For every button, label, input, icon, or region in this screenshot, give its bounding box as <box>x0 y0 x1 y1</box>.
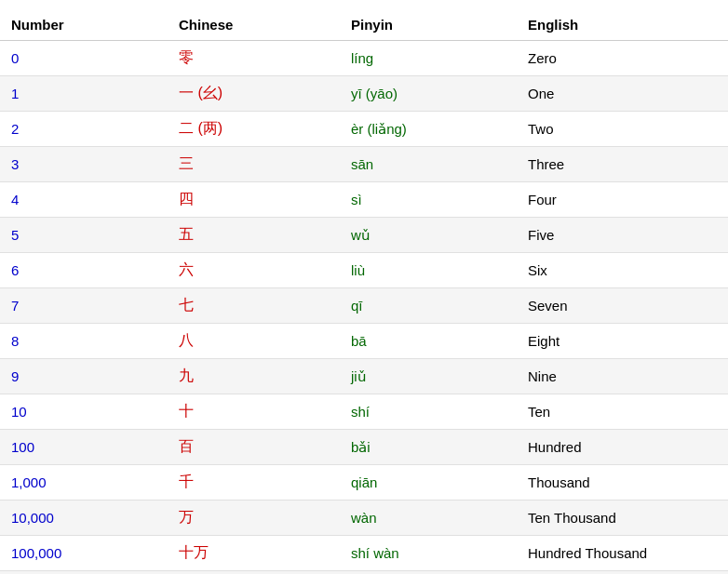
cell-pinyin: shí <box>340 394 517 430</box>
cell-english: One <box>517 76 728 112</box>
cell-pinyin: qī <box>340 288 517 324</box>
cell-english: Four <box>517 182 728 218</box>
cell-pinyin: bǎi wàn <box>340 571 517 575</box>
cell-pinyin: líng <box>340 41 517 76</box>
cell-number: 4 <box>0 182 168 218</box>
cell-chinese: 百万 <box>168 571 340 575</box>
cell-pinyin: bā <box>340 324 517 359</box>
cell-number: 100 <box>0 430 168 465</box>
cell-number: 1,000,000 <box>0 571 168 575</box>
cell-english: Hundred <box>517 430 728 465</box>
table-row: 0零língZero <box>0 41 728 76</box>
table-row: 10,000万wànTen Thousand <box>0 501 728 536</box>
cell-chinese: 二 (两) <box>168 112 340 147</box>
table-row: 9九jiǔNine <box>0 359 728 394</box>
cell-chinese: 三 <box>168 147 340 182</box>
cell-chinese: 八 <box>168 324 340 359</box>
cell-english: Thousand <box>517 465 728 501</box>
table-row: 100,000十万shí wànHundred Thousand <box>0 536 728 571</box>
cell-chinese: 十万 <box>168 536 340 571</box>
table-row: 7七qīSeven <box>0 288 728 324</box>
cell-english: Hundred Thousand <box>517 536 728 571</box>
cell-chinese: 七 <box>168 288 340 324</box>
cell-number: 100,000 <box>0 536 168 571</box>
table-row: 2二 (两)èr (liǎng)Two <box>0 112 728 147</box>
table-row: 1,000千qiānThousand <box>0 465 728 501</box>
cell-chinese: 十 <box>168 394 340 430</box>
cell-chinese: 四 <box>168 182 340 218</box>
table-row: 3三sānThree <box>0 147 728 182</box>
table-container: Number Chinese Pinyin English 0零língZero… <box>0 0 728 574</box>
table-row: 10十shíTen <box>0 394 728 430</box>
header-english: English <box>517 9 728 41</box>
cell-pinyin: shí wàn <box>340 536 517 571</box>
cell-number: 9 <box>0 359 168 394</box>
cell-number: 1 <box>0 76 168 112</box>
cell-english: Nine <box>517 359 728 394</box>
table-row: 6六liùSix <box>0 253 728 288</box>
cell-chinese: 九 <box>168 359 340 394</box>
cell-english: Ten <box>517 394 728 430</box>
cell-number: 0 <box>0 41 168 76</box>
table-row: 8八bāEight <box>0 324 728 359</box>
header-chinese: Chinese <box>168 9 340 41</box>
cell-pinyin: yī (yāo) <box>340 76 517 112</box>
table-row: 1,000,000百万bǎi wànMillion <box>0 571 728 575</box>
cell-pinyin: qiān <box>340 465 517 501</box>
table-row: 5五wǔFive <box>0 218 728 253</box>
cell-pinyin: sān <box>340 147 517 182</box>
cell-english: Ten Thousand <box>517 501 728 536</box>
cell-number: 8 <box>0 324 168 359</box>
cell-chinese: 五 <box>168 218 340 253</box>
cell-english: Two <box>517 112 728 147</box>
table-body: 0零língZero1一 (幺)yī (yāo)One2二 (两)èr (liǎ… <box>0 41 728 575</box>
cell-english: Zero <box>517 41 728 76</box>
cell-chinese: 百 <box>168 430 340 465</box>
cell-number: 3 <box>0 147 168 182</box>
cell-number: 6 <box>0 253 168 288</box>
cell-pinyin: liù <box>340 253 517 288</box>
cell-english: Million <box>517 571 728 575</box>
cell-english: Five <box>517 218 728 253</box>
cell-chinese: 六 <box>168 253 340 288</box>
cell-number: 5 <box>0 218 168 253</box>
cell-chinese: 零 <box>168 41 340 76</box>
cell-pinyin: bǎi <box>340 430 517 465</box>
cell-number: 10 <box>0 394 168 430</box>
header-number: Number <box>0 9 168 41</box>
cell-chinese: 一 (幺) <box>168 76 340 112</box>
cell-english: Seven <box>517 288 728 324</box>
cell-chinese: 千 <box>168 465 340 501</box>
cell-pinyin: sì <box>340 182 517 218</box>
table-row: 1一 (幺)yī (yāo)One <box>0 76 728 112</box>
cell-number: 7 <box>0 288 168 324</box>
cell-pinyin: wàn <box>340 501 517 536</box>
cell-english: Six <box>517 253 728 288</box>
numbers-table: Number Chinese Pinyin English 0零língZero… <box>0 9 728 574</box>
cell-english: Three <box>517 147 728 182</box>
cell-number: 2 <box>0 112 168 147</box>
cell-english: Eight <box>517 324 728 359</box>
header-pinyin: Pinyin <box>340 9 517 41</box>
table-row: 4四sìFour <box>0 182 728 218</box>
cell-pinyin: jiǔ <box>340 359 517 394</box>
cell-chinese: 万 <box>168 501 340 536</box>
cell-pinyin: èr (liǎng) <box>340 112 517 147</box>
cell-number: 1,000 <box>0 465 168 501</box>
cell-number: 10,000 <box>0 501 168 536</box>
cell-pinyin: wǔ <box>340 218 517 253</box>
table-row: 100百bǎiHundred <box>0 430 728 465</box>
table-header-row: Number Chinese Pinyin English <box>0 9 728 41</box>
